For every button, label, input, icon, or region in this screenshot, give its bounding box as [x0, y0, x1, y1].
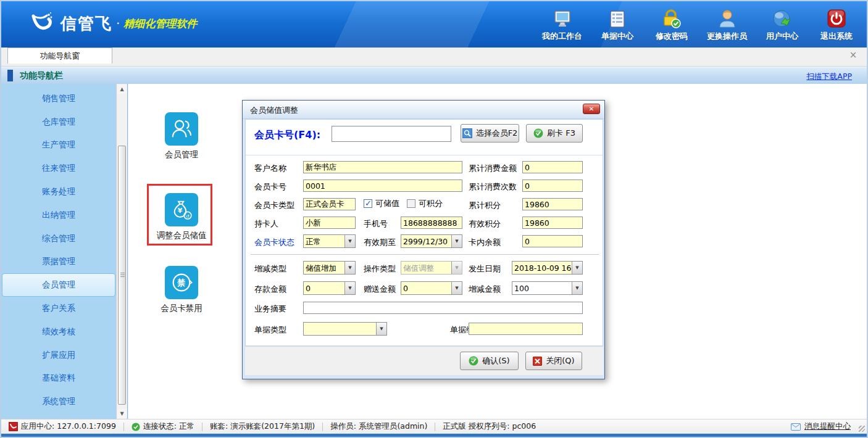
date-label: 发生日期 [469, 263, 501, 275]
checkbox-checked-icon [364, 199, 372, 208]
sidebar-item-member[interactable]: 会员管理 [2, 273, 115, 297]
points-checkbox[interactable]: 可积分 [407, 198, 443, 209]
tab-function-navigator[interactable]: 功能导航窗 [7, 48, 112, 64]
tile-card-disable[interactable]: 禁 会员卡禁用 [144, 266, 219, 314]
chevron-down-icon [344, 262, 355, 274]
summary-input[interactable] [303, 302, 583, 314]
card-number-input[interactable] [332, 126, 451, 142]
card-type-label: 会员卡类型 [254, 200, 294, 211]
sidebar-item-comprehensive[interactable]: 综合管理 [1, 227, 116, 250]
toolbar-item-document-center[interactable]: 单据中心 [598, 7, 636, 42]
separator [246, 155, 603, 155]
toolbar-item-user-center[interactable]: 用户中心 [763, 7, 801, 42]
date-select[interactable]: 2018-10-09 16:51 [512, 261, 583, 275]
switch-operator-person-icon [718, 7, 737, 28]
chevron-down-icon [344, 235, 355, 247]
total-consumption-label: 累计消费金额 [469, 163, 517, 174]
total-consumption-input[interactable] [522, 161, 583, 173]
deposit-select[interactable]: 0 [303, 281, 356, 295]
nav-title: 功能导航栏 [20, 70, 63, 81]
sidebar-item-performance[interactable]: 绩效考核 [1, 320, 116, 344]
sidebar-scrollbar[interactable]: ▲ ▼ [116, 84, 127, 419]
sidebar-item-sales[interactable]: 销售管理 [1, 87, 116, 110]
brand-logo-icon [28, 10, 56, 37]
scroll-up-icon[interactable]: ▲ [117, 85, 127, 94]
close-button[interactable]: 关闭(Q) [525, 352, 582, 370]
adjust-type-select[interactable]: 储值增加 [303, 261, 356, 275]
sidebar-item-warehouse[interactable]: 仓库管理 [1, 110, 116, 134]
scroll-down-icon[interactable]: ▼ [117, 409, 127, 418]
tab-close-icon[interactable]: × [848, 50, 858, 60]
status-message-center[interactable]: 消息提醒中心 [791, 421, 867, 432]
toolbar-item-change-password[interactable]: 修改密码 [653, 7, 691, 42]
sidebar-item-customer-relations[interactable]: 客户关系 [1, 297, 116, 320]
total-points-label: 累计积分 [469, 200, 501, 211]
sidebar-item-accounting[interactable]: 账务处理 [1, 180, 116, 204]
separator [251, 254, 599, 255]
doc-type-select[interactable] [303, 322, 387, 336]
confirm-button[interactable]: 确认(S) [460, 352, 519, 370]
svg-text:¥: ¥ [178, 207, 183, 215]
operation-type-select: 储值调整 [401, 261, 462, 275]
swipe-card-button[interactable]: 刷卡 F3 [526, 124, 583, 143]
tile-label: 会员管理 [165, 149, 198, 160]
scrollbar-grip [120, 273, 125, 277]
holder-input[interactable] [303, 217, 356, 229]
card-balance-input[interactable] [522, 235, 583, 247]
scrollbar-thumb[interactable] [118, 146, 126, 405]
dialog-body: 会员卡号(F4): 选择会员F2 [245, 119, 603, 346]
sidebar-item-production[interactable]: 生产管理 [1, 134, 116, 157]
adjust-stored-value-icon: ¥ ↺ [165, 193, 198, 226]
application-window: 信管飞 · 精细化管理软件 我的工作台 [0, 0, 868, 438]
card-disable-icon: 禁 [165, 266, 198, 299]
card-status-select[interactable]: 正常 [303, 234, 356, 248]
card-number-label: 会员卡号(F4): [254, 129, 320, 142]
resize-grip[interactable] [859, 426, 865, 432]
checkbox-unchecked-icon [407, 199, 415, 208]
select-member-button[interactable]: 选择会员F2 [461, 124, 519, 143]
operation-type-label: 操作类型 [364, 263, 396, 275]
toolbar-item-workbench[interactable]: 我的工作台 [542, 7, 582, 42]
adjust-amount-label: 增减金额 [469, 284, 501, 295]
customer-name-input[interactable] [303, 161, 462, 173]
sidebar-item-cashier[interactable]: 出纳管理 [1, 204, 116, 227]
chevron-down-icon [451, 262, 462, 274]
user-center-globe-icon [772, 7, 792, 28]
scan-download-app-link[interactable]: 扫描下载APP [806, 72, 852, 82]
sidebar-item-contacts[interactable]: 往来管理 [1, 157, 116, 180]
exit-power-icon [827, 7, 846, 28]
sidebar-item-invoice[interactable]: 票据管理 [1, 250, 116, 274]
search-icon [462, 128, 472, 138]
sidebar-item-base-data[interactable]: 基础资料 [1, 367, 116, 390]
dialog-member-stored-value-adjust: 会员储值调整 ✕ 会员卡号(F4): 选择会员F2 [242, 100, 605, 379]
doc-no-input[interactable] [469, 323, 583, 335]
card-type-input[interactable] [303, 198, 356, 210]
status-connection: 连接状态: 正常 [124, 421, 202, 432]
customer-name-label: 客户名称 [254, 163, 286, 174]
sidebar-item-system[interactable]: 系统管理 [1, 390, 116, 413]
chevron-down-icon [376, 323, 386, 335]
status-account: 账套: 演示账套(2017年第1期) [202, 421, 322, 432]
sidebar-item-extensions[interactable]: 扩展应用 [1, 344, 116, 367]
adjust-amount-select[interactable]: 100 [512, 281, 583, 295]
tile-member-management[interactable]: 会员管理 [144, 112, 219, 160]
check-circle-icon [533, 128, 543, 138]
tab-strip: 功能导航窗 × [1, 48, 867, 67]
valid-until-select[interactable]: 2999/12/30 [401, 234, 462, 248]
status-app-center: 应用中心: 127.0.0.1:7099 [1, 421, 123, 432]
storable-checkbox[interactable]: 可储值 [364, 198, 399, 209]
chevron-down-icon [572, 282, 582, 294]
total-points-input[interactable] [522, 198, 583, 210]
gift-select[interactable]: 0 [401, 281, 462, 295]
toolbar-item-switch-operator[interactable]: 更换操作员 [707, 7, 747, 42]
dialog-close-icon[interactable]: ✕ [583, 104, 600, 114]
tile-label: 会员卡禁用 [161, 303, 202, 314]
dialog-titlebar[interactable]: 会员储值调整 ✕ [243, 101, 604, 119]
tile-adjust-stored-value[interactable]: ¥ ↺ 调整会员储值 [163, 193, 200, 241]
consumption-count-input[interactable] [522, 180, 583, 192]
phone-input[interactable] [401, 217, 462, 229]
toolbar-item-exit[interactable]: 退出系统 [817, 7, 856, 42]
member-card-no-input[interactable] [303, 180, 462, 192]
summary-label: 业务摘要 [254, 304, 286, 315]
valid-points-input[interactable] [522, 217, 583, 229]
